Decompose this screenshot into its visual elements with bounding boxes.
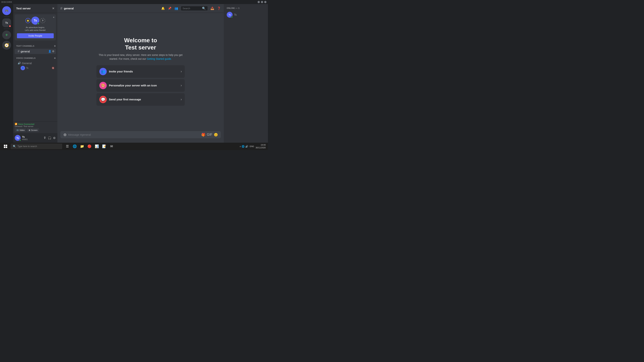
taskbar-app-chrome[interactable]: 🔴 [86, 143, 93, 150]
taskbar-search-icon: 🔍 [13, 145, 16, 148]
invite-close-button[interactable]: × [53, 16, 54, 19]
members-icon[interactable]: 👥 [174, 6, 178, 10]
voice-signal-icon: 📶 [15, 123, 17, 125]
titlebar: DISCORD [0, 0, 268, 4]
taskbar-clock[interactable]: 19:00 30/11/2020 [256, 144, 266, 149]
network-icon[interactable]: 🌐 [242, 145, 244, 148]
taskbar-search-input[interactable] [18, 145, 54, 148]
edge-icon: 🌐 [73, 144, 77, 148]
chrome-icon: 🔴 [88, 144, 92, 148]
voice-channel-general[interactable]: 🔊 General [15, 61, 56, 65]
voice-video-button[interactable]: 📹 Video [15, 128, 26, 132]
user-panel: Ts Ts #0001 🎙 🎧 ⚙ [13, 133, 58, 143]
invite-friends-text: Invite your friends [109, 70, 181, 73]
taskbar-app-word[interactable]: 📝 [101, 143, 108, 150]
explore-icon: 🧭 [4, 43, 9, 47]
invite-people-button[interactable]: Invite People [17, 33, 54, 38]
welcome-section: Welcome to Test server This is your bran… [96, 37, 185, 107]
app-layout: 🎮 Ts 1 + 🧭 Test server ✕ × 🌟 Ts [0, 4, 268, 143]
explorer-icon: 📁 [80, 144, 84, 148]
user-settings-button[interactable]: ⚙ [52, 136, 56, 140]
server-header[interactable]: Test server ✕ [13, 4, 58, 13]
user-status-dot [19, 139, 21, 141]
inbox-icon[interactable]: 📥 [210, 6, 214, 10]
voice-channels-header[interactable]: VOICE CHANNELS + [13, 55, 58, 61]
text-channels-header[interactable]: TEXT CHANNELS + [13, 43, 58, 49]
maximize-button[interactable] [261, 1, 263, 3]
discord-home-button[interactable]: 🎮 [2, 6, 11, 15]
taskbar: 🔍 ☰ 🌐 📁 🔴 📊 📝 ✉ ∧ 🌐 🔊 EN [0, 143, 268, 150]
taskbar-search-box: 🔍 [11, 144, 62, 149]
channel-header-hash-icon: # [60, 6, 62, 10]
taskbar-right: ∧ 🌐 🔊 ENG 19:00 30/11/2020 [240, 144, 267, 149]
pin-icon[interactable]: 📌 [168, 6, 172, 10]
invite-friends-title: Invite your friends [109, 70, 181, 73]
channel-item-general[interactable]: # general 👤 ⚙ [15, 49, 56, 54]
add-server-button[interactable]: + [2, 30, 11, 39]
gift-icon[interactable]: 🎁 [201, 133, 205, 137]
emoji-icon[interactable]: 😊 [214, 133, 218, 137]
voice-connected-status: 📶 Voice Connected [15, 123, 56, 125]
taskbar-app-outlook[interactable]: ✉ [108, 143, 115, 150]
screen-icon: 🖥 [28, 129, 30, 131]
taskbar-app-explorer[interactable]: 📁 [79, 143, 86, 150]
message-input-actions: 🎁 GIF 😊 [201, 133, 218, 137]
send-message-icon: 💬 [99, 96, 107, 103]
invite-decoration-avatar-2: ? [40, 18, 45, 23]
explore-servers-button[interactable]: 🧭 [2, 41, 11, 50]
server-icon-test[interactable]: Ts 1 [2, 18, 11, 27]
welcome-action-message[interactable]: 💬 Send your first message › [96, 93, 185, 106]
getting-started-link[interactable]: Getting Started guide. [147, 57, 172, 60]
voice-connected-info: General / Test server [15, 125, 56, 127]
window-controls [258, 1, 266, 3]
volume-icon[interactable]: 🔊 [245, 145, 248, 148]
video-icon: 📹 [16, 129, 19, 131]
voice-screen-button[interactable]: 🖥 Screen [27, 128, 39, 132]
invite-avatar-row: 🌟 Ts ? [17, 16, 54, 25]
taskbar-app-task-view[interactable]: ☰ [64, 143, 71, 150]
server-menu-icon: ✕ [52, 6, 54, 10]
voice-channels-label: VOICE CHANNELS [16, 57, 36, 59]
add-text-channel-button[interactable]: + [54, 44, 56, 48]
user-avatar: Ts [15, 135, 20, 141]
online-user-item[interactable]: Ts Ts [224, 11, 268, 19]
channel-settings-icon[interactable]: ⚙ [52, 50, 54, 53]
mute-button[interactable]: 🎙 [43, 136, 47, 140]
excel-icon: 📊 [95, 144, 99, 148]
deafen-button[interactable]: 🎧 [48, 136, 52, 140]
add-voice-channel-button[interactable]: + [54, 56, 56, 60]
taskbar-app-excel[interactable]: 📊 [94, 143, 100, 150]
invite-friends-chevron: › [181, 69, 182, 73]
help-icon[interactable]: ❓ [217, 6, 221, 10]
server-initials: Ts [5, 21, 8, 24]
search-input[interactable] [182, 7, 201, 10]
voice-user-item: 👤 Ts 🔇 [15, 65, 56, 71]
online-status-dot [231, 16, 233, 18]
user-name: Ts [22, 135, 42, 138]
voice-controls: 📹 Video 🖥 Screen [15, 128, 56, 132]
voice-user-name: Ts [26, 67, 28, 69]
message-input[interactable] [68, 131, 200, 138]
close-button[interactable] [264, 1, 266, 3]
gif-icon[interactable]: GIF [207, 133, 212, 137]
user-controls: 🎙 🎧 ⚙ [43, 136, 56, 140]
send-message-chevron: › [181, 97, 182, 101]
taskbar-app-edge[interactable]: 🌐 [72, 143, 78, 150]
search-box: 🔍 [181, 6, 208, 10]
message-attach-button[interactable]: ⊕ [63, 132, 66, 137]
systray-expand-icon[interactable]: ∧ [240, 145, 241, 147]
start-button[interactable] [1, 143, 10, 150]
personalize-chevron: › [181, 83, 182, 87]
channel-header-name: general [64, 7, 74, 10]
invite-main-avatar: Ts [31, 16, 40, 25]
send-message-text: Send your first message [109, 98, 181, 101]
invite-avatar-status [37, 22, 40, 25]
welcome-action-invite[interactable]: 👥 Invite your friends › [96, 65, 185, 78]
channel-actions: 👤 ⚙ [48, 50, 54, 53]
channel-invite-icon[interactable]: 👤 [48, 50, 51, 53]
notification-bell-icon[interactable]: 🔔 [161, 6, 165, 10]
minimize-button[interactable] [258, 1, 260, 3]
personalize-text: Personalize your server with an icon [109, 84, 181, 87]
voice-connected-panel: 📶 Voice Connected General / Test server … [13, 121, 58, 133]
welcome-action-personalize[interactable]: 🎨 Personalize your server with an icon › [96, 79, 185, 92]
